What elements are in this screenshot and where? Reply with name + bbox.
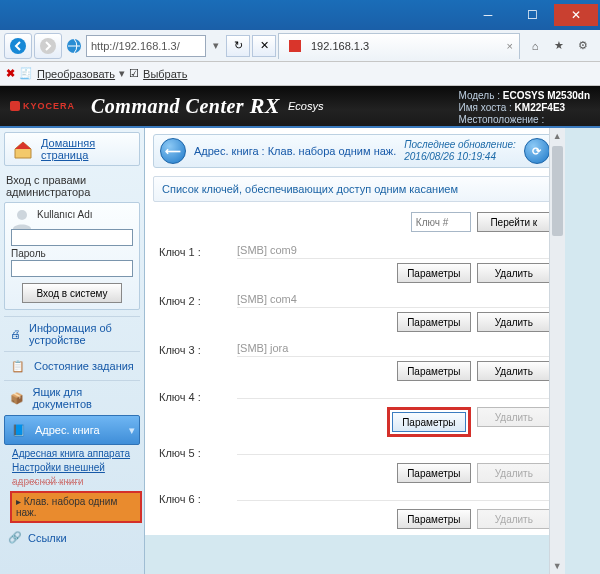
favorites-icon[interactable]: ★ (550, 37, 568, 55)
scroll-thumb[interactable] (552, 146, 563, 236)
key-actions: ПараметрыУдалить (153, 359, 557, 387)
tab-favicon (285, 36, 305, 56)
params-button[interactable]: Параметры (397, 463, 471, 483)
highlighted-params: Параметры (387, 407, 471, 437)
key-value: [SMB] jora (237, 342, 551, 357)
key-value: [SMB] com9 (237, 244, 551, 259)
app-title: Command Center RX (91, 93, 280, 119)
minimize-button[interactable]: ─ (466, 4, 510, 26)
stop-button[interactable]: ✕ (252, 35, 276, 57)
content: Домашняя страница Вход с правами админис… (0, 128, 600, 574)
key-row: Ключ 4 : (153, 387, 557, 405)
sidebar-item-device-info[interactable]: 🖨Информация об устройстве (4, 316, 140, 351)
sidebar-item-address-book[interactable]: 📘Адрес. книга▾ (4, 415, 140, 445)
sublink-external-settings[interactable]: Настройки внешней (12, 461, 140, 475)
select-link[interactable]: Выбрать (143, 68, 187, 80)
delete-button[interactable]: Удалить (477, 312, 551, 332)
url-text: http://192.168.1.3/ (91, 40, 180, 52)
address-bar[interactable]: http://192.168.1.3/ (86, 35, 206, 57)
key-actions: ПараметрыУдалить (153, 507, 557, 535)
key-actions: ПараметрыУдалить (153, 310, 557, 338)
key-row: Ключ 1 :[SMB] com9 (153, 240, 557, 261)
maximize-button[interactable]: ☐ (510, 4, 554, 26)
kyocera-logo: KYOCERA (10, 101, 75, 111)
user-icon (11, 207, 33, 229)
device-info: Модель : ECOSYS M2530dn Имя хоста : KM22… (459, 90, 591, 126)
close-button[interactable]: ✕ (554, 4, 598, 26)
scroll-up-icon[interactable]: ▲ (550, 128, 565, 144)
sublink-device-addressbook[interactable]: Адресная книга аппарата (12, 447, 140, 461)
username-input[interactable] (11, 229, 133, 246)
goto-button[interactable]: Перейти к (477, 212, 551, 232)
key-label: Ключ 1 : (159, 246, 229, 258)
params-button[interactable]: Параметры (397, 509, 471, 529)
sublink-external-settings-2[interactable]: адресной книги (12, 475, 140, 489)
delete-button: Удалить (477, 407, 551, 427)
key-actions: ПараметрыУдалить (153, 405, 557, 443)
home-link[interactable]: Домашняя страница (41, 137, 133, 161)
tab-close-icon[interactable]: × (507, 40, 513, 52)
sidebar-item-links[interactable]: 🔗Ссылки (4, 527, 140, 548)
password-label: Пароль (11, 248, 133, 259)
convert-link[interactable]: Преобразовать (37, 68, 115, 80)
key-value: [SMB] com4 (237, 293, 551, 308)
sublink-onetouch-current[interactable]: ▸ Клав. набора одним наж. (10, 491, 142, 523)
scroll-down-icon[interactable]: ▼ (550, 558, 565, 574)
chevron-down-icon[interactable]: ▾ (119, 67, 125, 80)
browser-toolbar: http://192.168.1.3/ ▾ ↻ ✕ 192.168.1.3 × … (0, 30, 600, 62)
last-update: Последнее обновление:2016/08/26 10:19:44 (404, 139, 516, 163)
sidebar-item-job-status[interactable]: 📋Состояние задания (4, 351, 140, 380)
delete-button[interactable]: Удалить (477, 361, 551, 381)
params-button[interactable]: Параметры (392, 412, 466, 432)
home-block[interactable]: Домашняя страница (4, 132, 140, 166)
key-label: Ключ 5 : (159, 447, 229, 459)
home-icon[interactable]: ⌂ (526, 37, 544, 55)
sidebar-sublinks: Адресная книга аппарата Настройки внешне… (4, 445, 140, 527)
key-row: Ключ 2 :[SMB] com4 (153, 289, 557, 310)
key-value (237, 396, 551, 399)
url-dropdown[interactable]: ▾ (208, 39, 224, 52)
reload-button[interactable]: ↻ (226, 35, 250, 57)
back-round-button[interactable]: ⟵ (160, 138, 186, 164)
svg-point-4 (17, 210, 27, 220)
login-button[interactable]: Вход в систему (22, 283, 122, 303)
key-actions: ПараметрыУдалить (153, 461, 557, 489)
browser-tab[interactable]: 192.168.1.3 × (278, 33, 520, 59)
window-titlebar: ─ ☐ ✕ (0, 0, 600, 30)
extension-bar: ✖ 🧾 Преобразовать ▾ ☑ Выбрать (0, 62, 600, 86)
section-title: Список ключей, обеспечивающих доступ одн… (153, 176, 557, 202)
sidebar: Домашняя страница Вход с правами админис… (0, 128, 145, 574)
delete-button[interactable]: Удалить (477, 263, 551, 283)
key-row: Ключ 5 : (153, 443, 557, 461)
sidebar-item-doc-box[interactable]: 📦Ящик для документов (4, 380, 140, 415)
blocked-icon: ✖ (6, 67, 15, 80)
printer-icon: 🖨 (8, 325, 23, 343)
svg-rect-3 (289, 40, 301, 52)
params-button[interactable]: Параметры (397, 312, 471, 332)
delete-button: Удалить (477, 463, 551, 483)
key-row: Ключ 3 :[SMB] jora (153, 338, 557, 359)
key-number-input[interactable] (411, 212, 471, 232)
login-block: Kullanıcı Adı Пароль Вход в систему (4, 202, 140, 310)
password-input[interactable] (11, 260, 133, 277)
back-button[interactable] (4, 33, 32, 59)
globe-icon: 🔗 (8, 531, 22, 544)
key-label: Ключ 6 : (159, 493, 229, 505)
forward-button[interactable] (34, 33, 62, 59)
refresh-round-button[interactable]: ⟳ (524, 138, 550, 164)
key-value (237, 452, 551, 455)
ecosys-label: Ecosys (288, 100, 323, 112)
tab-title: 192.168.1.3 (311, 40, 369, 52)
key-label: Ключ 2 : (159, 295, 229, 307)
browser-tools: ⌂ ★ ⚙ (522, 37, 596, 55)
vertical-scrollbar[interactable]: ▲ ▼ (549, 128, 565, 574)
delete-button: Удалить (477, 509, 551, 529)
params-button[interactable]: Параметры (397, 263, 471, 283)
params-button[interactable]: Параметры (397, 361, 471, 381)
list-icon: 📋 (8, 357, 28, 375)
home-icon (11, 137, 35, 161)
brand: KYOCERA (10, 101, 75, 111)
gear-icon[interactable]: ⚙ (574, 37, 592, 55)
admin-heading: Вход с правами администратора (4, 172, 140, 202)
app-header: KYOCERA Command Center RX Ecosys Модель … (0, 86, 600, 128)
